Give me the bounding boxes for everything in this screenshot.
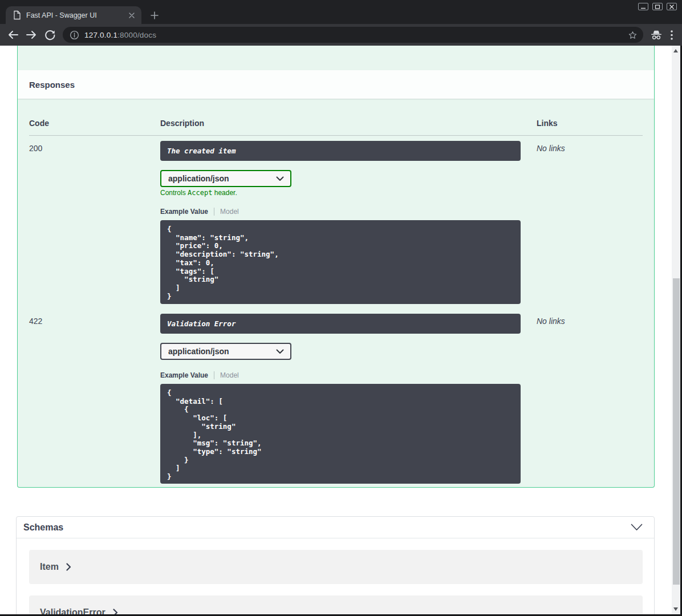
browser-toolbar: 127.0.0.1:8000/docs <box>0 24 682 46</box>
bookmark-star-icon[interactable] <box>627 30 638 40</box>
response-row-422: 422 Validation Error application/json Ex… <box>29 309 643 484</box>
site-info-icon[interactable] <box>70 30 79 40</box>
response-row-200: 200 The created item application/json Co… <box>29 136 643 304</box>
response-links: No links <box>537 141 643 304</box>
page-scrollbar[interactable] <box>672 46 680 614</box>
example-model-tabs: Example Value Model <box>160 207 537 216</box>
accept-note-suffix: header. <box>212 189 237 197</box>
url-path: :8000/docs <box>117 31 156 39</box>
media-type-select[interactable]: application/json <box>160 343 291 360</box>
tab-model[interactable]: Model <box>220 371 239 379</box>
responses-table: Code Description Links 200 The created i… <box>18 99 654 484</box>
tab-separator <box>214 208 214 216</box>
response-code: 200 <box>29 141 160 304</box>
model-name: ValidationError <box>40 607 105 614</box>
response-description: Validation Error <box>160 314 521 334</box>
tab-example-value[interactable]: Example Value <box>160 208 208 216</box>
chevron-down-icon <box>276 349 284 354</box>
model-expand-chevron-icon <box>113 609 118 614</box>
media-type-select[interactable]: application/json <box>160 170 291 187</box>
opblock-responses-panel: Responses Code Description Links 200 The… <box>17 46 655 488</box>
forward-button[interactable] <box>23 26 40 43</box>
window-controls <box>638 3 677 10</box>
swagger-page: Responses Code Description Links 200 The… <box>0 46 672 614</box>
model-name: Item <box>40 562 59 572</box>
response-description: The created item <box>160 141 521 161</box>
tab-model[interactable]: Model <box>220 208 239 216</box>
page-content: Responses Code Description Links 200 The… <box>0 46 682 614</box>
example-json-422: { "detail": [ { "loc": [ "string" ], "ms… <box>160 384 521 484</box>
schemas-title: Schemas <box>23 522 631 533</box>
example-model-tabs: Example Value Model <box>160 371 537 379</box>
opblock-top-band <box>18 46 654 70</box>
model-expand-chevron-icon <box>66 563 71 571</box>
model-validationerror[interactable]: ValidationError <box>29 595 643 614</box>
maximize-button[interactable] <box>652 3 663 10</box>
browser-window: Fast API - Swagger UI <box>0 0 682 616</box>
toolbar-right <box>649 29 677 40</box>
media-type-value: application/json <box>168 347 229 356</box>
col-header-code: Code <box>29 119 160 128</box>
model-item[interactable]: Item <box>29 550 643 584</box>
response-description-cell: The created item application/json Contro… <box>160 141 537 304</box>
url-bar[interactable]: 127.0.0.1:8000/docs <box>63 27 643 43</box>
col-header-description: Description <box>160 119 537 128</box>
media-type-value: application/json <box>168 174 229 183</box>
url-text[interactable]: 127.0.0.1:8000/docs <box>84 31 156 39</box>
menu-dots-icon[interactable] <box>671 30 673 40</box>
scrollbar-up-arrow-icon[interactable] <box>673 49 678 52</box>
responses-section-header: Responses <box>18 70 654 99</box>
tab-title: Fast API - Swagger UI <box>26 11 122 19</box>
response-code: 422 <box>29 314 160 484</box>
schemas-section: Schemas Item ValidationError <box>16 516 655 614</box>
col-header-links: Links <box>537 119 643 128</box>
tab-separator <box>214 371 214 379</box>
tab-close-icon[interactable] <box>127 11 136 20</box>
incognito-icon <box>650 29 663 40</box>
responses-title: Responses <box>29 80 75 90</box>
tab-strip: Fast API - Swagger UI <box>0 0 682 24</box>
response-description-cell: Validation Error application/json Exampl… <box>160 314 537 484</box>
back-button[interactable] <box>5 26 22 43</box>
chevron-down-icon <box>276 176 284 181</box>
responses-table-header: Code Description Links <box>29 99 643 136</box>
browser-tab[interactable]: Fast API - Swagger UI <box>6 6 141 24</box>
minimize-button[interactable] <box>638 3 648 10</box>
controls-accept-note: Controls Accept header. <box>160 189 537 196</box>
schemas-header[interactable]: Schemas <box>17 517 654 538</box>
schemas-collapse-chevron-icon[interactable] <box>631 524 643 531</box>
accept-note-prefix: Controls <box>160 189 188 197</box>
scrollbar-down-arrow-icon[interactable] <box>673 607 678 611</box>
reload-button[interactable] <box>41 26 58 43</box>
new-tab-button[interactable] <box>149 10 160 21</box>
tab-example-value[interactable]: Example Value <box>160 371 208 379</box>
accept-note-code: Accept <box>188 189 212 197</box>
url-host: 127.0.0.1 <box>84 31 117 39</box>
response-links: No links <box>537 314 643 484</box>
scrollbar-thumb[interactable] <box>673 278 680 585</box>
example-json-200: { "name": "string", "price": 0, "descrip… <box>160 220 521 304</box>
page-favicon-icon <box>13 10 21 20</box>
close-button[interactable] <box>667 3 677 10</box>
